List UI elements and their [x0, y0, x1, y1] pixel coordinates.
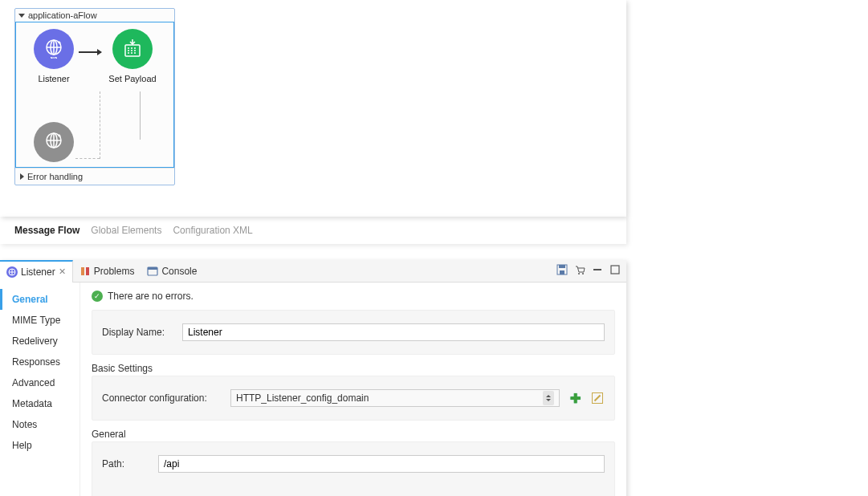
collapse-icon[interactable]	[18, 14, 25, 18]
svg-point-23	[578, 273, 580, 274]
side-tab-responses[interactable]: Responses	[0, 352, 79, 372]
side-tab-notes[interactable]: Notes	[0, 414, 79, 435]
svg-rect-26	[611, 266, 619, 274]
panel-tabs: Listener ✕ Problems Console	[0, 260, 626, 283]
side-tab-metadata[interactable]: Metadata	[0, 393, 79, 414]
expand-icon[interactable]	[20, 173, 24, 180]
listener-node[interactable]: Listener	[26, 29, 82, 83]
setpayload-node[interactable]: Set Payload	[104, 29, 161, 83]
flow-container[interactable]: application-aFlow	[14, 8, 175, 185]
status-text: There are no errors.	[108, 291, 194, 302]
svg-point-24	[582, 273, 584, 274]
svg-rect-19	[148, 267, 157, 270]
side-tab-advanced[interactable]: Advanced	[0, 372, 79, 393]
panel-tab-console-label: Console	[161, 266, 197, 277]
maximize-icon[interactable]	[609, 263, 621, 276]
svg-rect-21	[559, 265, 565, 268]
svg-rect-25	[593, 269, 601, 270]
svg-rect-22	[560, 270, 564, 274]
side-tabs: General MIME Type Redelivery Responses A…	[0, 283, 80, 496]
listener-label: Listener	[38, 74, 69, 83]
problems-icon	[79, 266, 91, 277]
panel-tab-console[interactable]: Console	[141, 260, 203, 283]
listener-small-icon	[6, 266, 18, 278]
connector-config-label: Connector configuration:	[102, 392, 222, 404]
setpayload-label: Set Payload	[108, 74, 156, 83]
side-tab-help[interactable]: Help	[0, 435, 79, 456]
tab-global-elements[interactable]: Global Elements	[91, 225, 161, 236]
basic-settings-title: Basic Settings	[92, 363, 615, 374]
general-title: General	[92, 429, 615, 440]
side-tab-general[interactable]: General	[0, 289, 79, 310]
flow-title-bar[interactable]: application-aFlow	[15, 9, 174, 22]
connector-config-value: HTTP_Listener_config_domain	[236, 392, 369, 404]
config-body: ✓ There are no errors. Display Name: Bas…	[80, 283, 626, 496]
panel-tab-problems-label: Problems	[94, 266, 135, 277]
error-handling-label: Error handling	[27, 172, 83, 181]
flow-title-text: application-aFlow	[28, 10, 97, 20]
edit-icon	[592, 392, 603, 404]
minimize-icon[interactable]	[591, 263, 604, 276]
cart-icon[interactable]	[573, 263, 586, 276]
save-icon[interactable]	[556, 263, 568, 276]
edit-config-button[interactable]	[590, 391, 605, 405]
connector-config-select[interactable]: HTTP_Listener_config_domain	[230, 389, 560, 407]
listener-gray-icon	[34, 122, 74, 162]
flow-canvas[interactable]: application-aFlow	[0, 0, 626, 217]
tab-message-flow[interactable]: Message Flow	[14, 225, 79, 236]
close-icon[interactable]: ✕	[59, 266, 66, 277]
tab-config-xml[interactable]: Configuration XML	[173, 225, 252, 236]
editor-tabs: Message Flow Global Elements Configurati…	[0, 217, 626, 244]
select-arrows-icon	[543, 391, 554, 405]
side-tab-mime[interactable]: MIME Type	[0, 310, 79, 331]
svg-rect-16	[81, 267, 84, 275]
panel-tab-problems[interactable]: Problems	[73, 260, 141, 283]
setpayload-icon	[112, 29, 153, 69]
panel-toolbar	[556, 263, 621, 276]
connection-line-v	[140, 91, 141, 140]
plus-icon: ✚	[570, 391, 581, 406]
panel-tab-listener-label: Listener	[21, 266, 55, 278]
path-input[interactable]	[158, 455, 605, 473]
display-name-input[interactable]	[182, 323, 605, 341]
dashed-connector	[100, 91, 100, 159]
side-tab-redelivery[interactable]: Redelivery	[0, 331, 79, 352]
path-label: Path:	[102, 458, 150, 470]
ok-icon: ✓	[92, 291, 103, 302]
display-name-label: Display Name:	[102, 327, 174, 338]
status-row: ✓ There are no errors.	[92, 291, 615, 302]
svg-rect-17	[86, 267, 89, 275]
properties-panel: Listener ✕ Problems Console General MIME…	[0, 260, 626, 496]
console-icon	[147, 266, 158, 277]
connection-arrow	[79, 51, 101, 53]
listener-icon	[34, 29, 74, 69]
error-handling-section[interactable]: Error handling	[15, 168, 174, 185]
error-listener-node[interactable]	[26, 122, 82, 162]
panel-tab-listener[interactable]: Listener ✕	[0, 260, 73, 283]
add-config-button[interactable]: ✚	[568, 391, 582, 405]
